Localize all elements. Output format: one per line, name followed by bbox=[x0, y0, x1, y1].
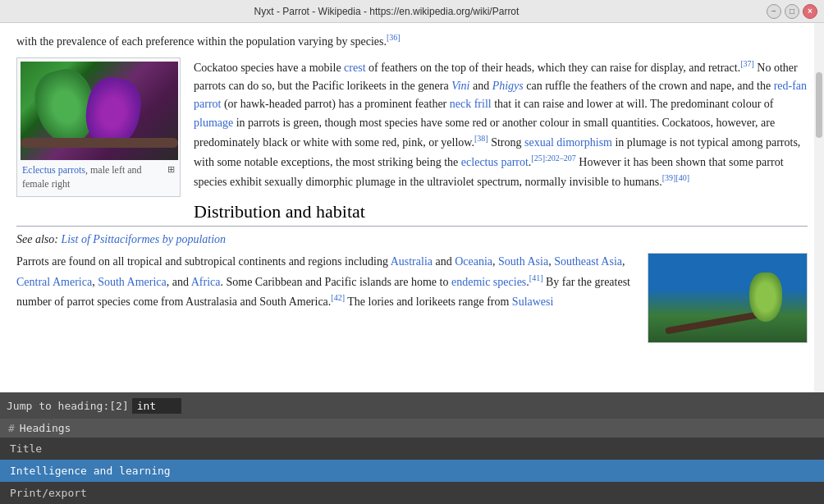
endemic-link[interactable]: endemic species bbox=[451, 275, 526, 287]
centralamerica-link[interactable]: Central America bbox=[16, 275, 92, 287]
australia-link[interactable]: Australia bbox=[391, 255, 433, 268]
article-area[interactable]: with the prevalence of each preference w… bbox=[0, 23, 824, 392]
ref-38[interactable]: [38] bbox=[474, 134, 488, 143]
top-paragraph: with the prevalence of each preference w… bbox=[16, 23, 808, 57]
scrollbar-track bbox=[814, 23, 824, 392]
minimize-button[interactable]: − bbox=[767, 4, 781, 19]
hash-icon: # bbox=[8, 422, 15, 434]
eclectus-link[interactable]: Eclectus parrots bbox=[22, 164, 85, 176]
heading-item-title[interactable]: Title bbox=[0, 438, 824, 460]
jump-bar: Jump to heading:[2] bbox=[0, 392, 824, 419]
window-title: Nyxt - Parrot - Wikipedia - https://en.w… bbox=[7, 6, 767, 17]
right-image-inner bbox=[648, 254, 807, 342]
expand-icon[interactable]: ⊞ bbox=[167, 163, 175, 176]
branch-shape bbox=[21, 138, 178, 148]
oceania-link[interactable]: Oceania bbox=[455, 255, 492, 268]
figure-eclectus: Eclectus parrots, male left and female r… bbox=[16, 57, 181, 197]
sexdimorphism-link[interactable]: sexual dimorphism bbox=[524, 136, 612, 149]
ref-39-40[interactable]: [39][40] bbox=[662, 173, 689, 182]
right-parrot-image bbox=[648, 253, 808, 343]
article-inner: with the prevalence of each preference w… bbox=[0, 23, 824, 326]
title-bar: Nyxt - Parrot - Wikipedia - https://en.w… bbox=[0, 0, 824, 23]
headings-list: Title Intelligence and learning Print/ex… bbox=[0, 438, 824, 504]
neckfrill-link[interactable]: neck frill bbox=[450, 98, 492, 110]
eclectus-parrot-link[interactable]: eclectus parrot bbox=[461, 156, 529, 168]
crest-link[interactable]: crest bbox=[344, 62, 365, 74]
ref-37[interactable]: [37] bbox=[740, 59, 754, 68]
ref-42[interactable]: [42] bbox=[331, 293, 345, 302]
headings-title-label: Headings bbox=[20, 422, 71, 434]
headings-panel: # Headings Title Intelligence and learni… bbox=[0, 419, 824, 504]
sulawesi-link[interactable]: Sulawesi bbox=[512, 296, 554, 308]
see-also: See also: List of Psittaciformes by popu… bbox=[16, 233, 808, 246]
right-parrot-shape bbox=[749, 273, 782, 322]
right-branch bbox=[665, 311, 763, 335]
heading-item-intelligence[interactable]: Intelligence and learning bbox=[0, 460, 824, 482]
maximize-button[interactable]: □ bbox=[785, 4, 799, 19]
ref-36[interactable]: [36] bbox=[387, 33, 401, 42]
ref-25[interactable]: [25]:202–207 bbox=[531, 153, 575, 163]
africa-link[interactable]: Africa bbox=[191, 275, 221, 287]
ref-41[interactable]: [41] bbox=[529, 273, 543, 282]
window-controls: − □ × bbox=[767, 4, 817, 19]
main-content: with the prevalence of each preference w… bbox=[0, 23, 824, 504]
phigys-link[interactable]: Phigys bbox=[492, 80, 524, 92]
southeastasia-link[interactable]: Southeast Asia bbox=[554, 255, 622, 268]
jump-bar-label: Jump to heading:[2] bbox=[7, 400, 129, 412]
southamerica-link[interactable]: South America bbox=[98, 275, 167, 287]
heading-item-print[interactable]: Print/export bbox=[0, 482, 824, 504]
eclectus-image bbox=[21, 62, 178, 160]
psittaciformes-link[interactable]: List of Psittaciformes by population bbox=[61, 233, 226, 245]
figure-caption: Eclectus parrots, male left and female r… bbox=[21, 160, 176, 193]
distribution-heading: Distribution and habitat bbox=[16, 201, 808, 227]
vini-link[interactable]: Vini bbox=[451, 80, 469, 92]
headings-panel-title: # Headings bbox=[0, 419, 824, 438]
plumage-link[interactable]: plumage bbox=[194, 117, 233, 129]
scrollbar-thumb[interactable] bbox=[816, 72, 822, 138]
southasia-link[interactable]: South Asia bbox=[498, 255, 548, 268]
jump-bar-input[interactable] bbox=[132, 398, 181, 414]
close-button[interactable]: × bbox=[803, 4, 817, 19]
